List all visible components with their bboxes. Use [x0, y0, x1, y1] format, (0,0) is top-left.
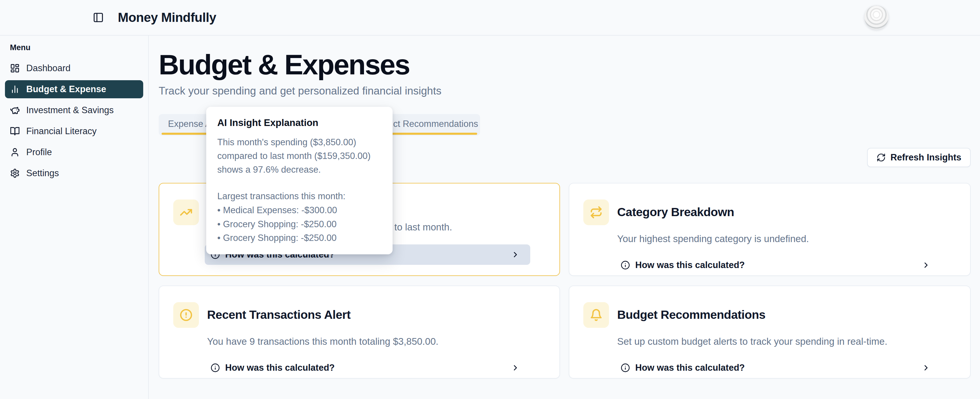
panel-left-icon — [93, 12, 104, 23]
tooltip-bullet: • Grocery Shopping: -$250.00 — [217, 218, 382, 230]
card-subtitle: Your highest spending category is undefi… — [617, 233, 956, 245]
sidebar-item-label: Investment & Savings — [26, 105, 114, 116]
repeat-icon — [583, 199, 609, 225]
tooltip-title: AI Insight Explanation — [217, 117, 382, 128]
card-category-breakdown: Category Breakdown Your highest spending… — [569, 183, 970, 276]
how-calculated-link[interactable]: How was this calculated? — [615, 255, 941, 275]
card-subtitle-fragment: to last month. — [395, 222, 452, 233]
card-subtitle: You have 9 transactions this month total… — [207, 336, 546, 347]
app-header: Money Mindfully — [0, 0, 980, 36]
sidebar-item-budget-expense[interactable]: Budget & Expense — [5, 80, 143, 98]
sidebar-item-label: Budget & Expense — [26, 84, 106, 94]
chevron-right-icon — [922, 261, 931, 270]
chevron-right-icon — [922, 363, 931, 372]
sidebar: Menu Dashboard Budget & Expense Investme… — [0, 36, 149, 399]
how-calculated-label: How was this calculated? — [635, 362, 745, 373]
sidebar-item-dashboard[interactable]: Dashboard — [5, 59, 143, 77]
gear-icon — [10, 168, 20, 178]
page-subtitle: Track your spending and get personalized… — [159, 85, 970, 97]
sidebar-section-label: Menu — [5, 43, 143, 52]
sidebar-item-label: Financial Literacy — [26, 126, 97, 137]
tooltip-bullet: • Medical Expenses: -$300.00 — [217, 205, 382, 216]
tab-expense-analysis[interactable]: Expense A — [168, 114, 211, 134]
card-title: Category Breakdown — [617, 205, 734, 219]
how-calculated-label: How was this calculated? — [635, 260, 745, 270]
dashboard-icon — [10, 63, 20, 73]
how-calculated-label: How was this calculated? — [225, 362, 335, 373]
bell-icon — [583, 302, 609, 328]
tooltip-list-intro: Largest transactions this month: — [217, 191, 382, 202]
sidebar-item-label: Profile — [26, 147, 52, 157]
trending-up-icon — [173, 199, 199, 225]
card-recent-transactions: Recent Transactions Alert You have 9 tra… — [159, 286, 560, 378]
sidebar-nav: Dashboard Budget & Expense Investment & … — [5, 59, 143, 182]
sidebar-item-label: Settings — [26, 168, 59, 178]
sidebar-toggle-button[interactable] — [93, 12, 104, 23]
refresh-insights-button[interactable]: Refresh Insights — [867, 148, 970, 167]
chevron-right-icon — [511, 250, 520, 259]
piggy-bank-icon — [10, 105, 20, 115]
how-calculated-link[interactable]: How was this calculated? — [205, 358, 530, 378]
info-icon — [620, 261, 630, 270]
tooltip-bullet: • Grocery Shopping: -$250.00 — [217, 232, 382, 244]
info-icon — [211, 363, 220, 372]
user-icon — [10, 147, 20, 157]
card-title: Budget Recommendations — [617, 308, 765, 322]
user-avatar[interactable] — [864, 6, 888, 29]
book-open-icon — [10, 126, 20, 136]
tab-product-recommendations[interactable]: ct Recommendations — [393, 114, 478, 134]
page-title: Budget & Expenses — [159, 49, 970, 80]
sidebar-item-financial-literacy[interactable]: Financial Literacy — [5, 122, 143, 140]
sidebar-item-profile[interactable]: Profile — [5, 143, 143, 161]
how-calculated-link[interactable]: How was this calculated? — [615, 358, 941, 378]
tooltip-paragraph: This month's spending ($3,850.00) compar… — [217, 135, 382, 176]
app-title: Money Mindfully — [118, 10, 216, 25]
ai-insight-tooltip: AI Insight Explanation This month's spen… — [206, 107, 393, 254]
sidebar-item-investment-savings[interactable]: Investment & Savings — [5, 101, 143, 119]
refresh-icon — [877, 153, 886, 162]
alert-circle-icon — [173, 302, 199, 328]
info-icon — [620, 363, 630, 372]
bar-chart-icon — [10, 84, 20, 94]
chevron-right-icon — [511, 363, 520, 372]
card-subtitle: Set up custom budget alerts to track you… — [617, 336, 956, 347]
card-budget-recommendations: Budget Recommendations Set up custom bud… — [569, 286, 970, 378]
card-title: Recent Transactions Alert — [207, 308, 351, 322]
sidebar-item-label: Dashboard — [26, 63, 71, 73]
refresh-insights-label: Refresh Insights — [891, 152, 961, 163]
sidebar-item-settings[interactable]: Settings — [5, 164, 143, 182]
